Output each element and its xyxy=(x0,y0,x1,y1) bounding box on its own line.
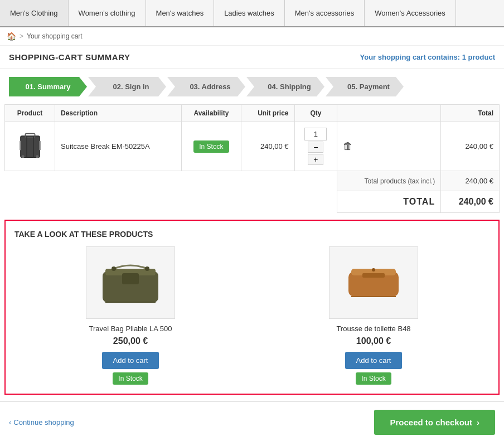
col-qty: Qty xyxy=(294,105,337,122)
rec-product-1-image[interactable] xyxy=(86,246,175,319)
breadcrumb-current: Your shopping cart xyxy=(27,32,83,40)
svg-rect-5 xyxy=(33,136,34,158)
recommendations-title: TAKE A LOOK AT THESE PRODUCTS xyxy=(14,230,490,239)
step-payment[interactable]: 05. Payment xyxy=(326,77,404,96)
step-address[interactable]: 03. Address xyxy=(167,77,245,96)
rec-product-2-image[interactable] xyxy=(329,246,418,319)
rec-product-2-name: Trousse de toilette B48 xyxy=(336,324,410,333)
delete-button[interactable]: 🗑 xyxy=(343,140,353,152)
unit-price: 240,00 € xyxy=(241,122,294,171)
nav-womens-accessories[interactable]: Women's Accessories xyxy=(365,0,456,26)
col-description: Description xyxy=(55,105,182,122)
svg-rect-17 xyxy=(362,273,385,278)
product-description: Suitcase Break EM-50225A xyxy=(55,122,182,171)
summary-header: SHOPPING-CART SUMMARY Your shopping cart… xyxy=(0,46,504,69)
svg-rect-11 xyxy=(122,273,139,284)
table-row: Suitcase Break EM-50225A In Stock 240,00… xyxy=(5,122,500,171)
cart-count-value: 1 product xyxy=(462,53,495,61)
nav-mens-clothing[interactable]: Men's Clothing xyxy=(0,0,69,26)
add-to-cart-1-button[interactable]: Add to cart xyxy=(102,352,159,369)
continue-shopping-label: Continue shopping xyxy=(13,418,74,426)
row-total: 240,00 € xyxy=(441,122,500,171)
col-product: Product xyxy=(5,105,55,122)
rec-product-2-stock: In Stock xyxy=(356,372,391,385)
toilette-bag-image xyxy=(340,258,407,308)
recommendations-section: TAKE A LOOK AT THESE PRODUCTS xyxy=(4,220,500,395)
grand-total-row: TOTAL 240,00 € xyxy=(5,191,500,213)
col-unit-price: Unit price xyxy=(241,105,294,122)
col-total: Total xyxy=(441,105,500,122)
cart-count-label: Your shopping cart contains: xyxy=(360,53,461,61)
subtotal-row: Total products (tax incl.) 240,00 € xyxy=(5,171,500,191)
add-to-cart-2-button[interactable]: Add to cart xyxy=(345,352,403,369)
nav-mens-watches[interactable]: Men's watches xyxy=(146,0,215,26)
rec-product-1-name: Travel Bag Pliable LA 500 xyxy=(89,324,172,333)
nav-ladies-watches[interactable]: Ladies watches xyxy=(214,0,285,26)
rec-product-1-stock: In Stock xyxy=(113,372,148,385)
top-navigation: Men's Clothing Women's clothing Men's wa… xyxy=(0,0,504,27)
in-stock-badge: In Stock xyxy=(193,140,229,153)
svg-point-18 xyxy=(372,268,375,272)
rec-product-1: Travel Bag Pliable LA 500 250,00 € Add t… xyxy=(14,246,246,385)
checkout-steps: 01. Summary 02. Sign in 03. Address 04. … xyxy=(0,69,504,104)
svg-rect-2 xyxy=(20,140,21,150)
step-summary[interactable]: 01. Summary xyxy=(9,77,87,96)
delete-cell: 🗑 xyxy=(337,122,441,171)
qty-display: 1 xyxy=(304,128,327,140)
grand-total-value: 240,00 € xyxy=(441,191,500,213)
col-blank xyxy=(337,105,441,122)
step-signin[interactable]: 02. Sign in xyxy=(88,77,166,96)
col-availability: Availability xyxy=(182,105,241,122)
continue-shopping-link[interactable]: ‹ Continue shopping xyxy=(9,418,74,426)
svg-rect-4 xyxy=(26,136,27,158)
total-products-label: Total products (tax incl.) xyxy=(337,171,441,191)
qty-controls: 1 − + xyxy=(301,128,332,165)
chevron-right-icon: › xyxy=(477,418,479,427)
cart-count: Your shopping cart contains: 1 product xyxy=(360,53,495,61)
rec-product-2: Trousse de toilette B48 100,00 € Add to … xyxy=(258,246,490,385)
grand-total-label: TOTAL xyxy=(337,191,441,213)
checkout-button[interactable]: Proceed to checkout › xyxy=(374,410,495,435)
page-wrapper: Men's Clothing Women's clothing Men's wa… xyxy=(0,0,504,443)
breadcrumb-separator: > xyxy=(20,32,23,40)
rec-product-1-price: 250,00 € xyxy=(113,336,148,346)
product-availability: In Stock xyxy=(182,122,241,171)
qty-cell: 1 − + xyxy=(294,122,337,171)
svg-rect-0 xyxy=(20,136,39,158)
product-image xyxy=(13,129,47,162)
footer-bar: ‹ Continue shopping Proceed to checkout … xyxy=(0,401,504,443)
total-products-value: 240,00 € xyxy=(441,171,500,191)
home-icon[interactable]: 🏠 xyxy=(7,32,16,41)
nav-womens-clothing[interactable]: Women's clothing xyxy=(69,0,146,26)
qty-decrease-button[interactable]: − xyxy=(308,142,323,153)
qty-increase-button[interactable]: + xyxy=(308,154,323,165)
checkout-label: Proceed to checkout xyxy=(390,418,472,427)
product-image-cell xyxy=(5,122,55,171)
breadcrumb: 🏠 > Your shopping cart xyxy=(0,27,504,46)
step-shipping[interactable]: 04. Shipping xyxy=(246,77,324,96)
cart-table-wrapper: Product Description Availability Unit pr… xyxy=(0,104,504,213)
svg-rect-3 xyxy=(39,140,41,150)
travel-bag-image xyxy=(97,258,164,308)
rec-product-2-price: 100,00 € xyxy=(356,336,391,346)
svg-point-7 xyxy=(36,155,38,158)
page-title: SHOPPING-CART SUMMARY xyxy=(9,52,130,62)
nav-mens-accessories[interactable]: Men's accessories xyxy=(285,0,365,26)
chevron-left-icon: ‹ xyxy=(9,418,11,426)
svg-point-6 xyxy=(21,155,24,158)
svg-point-13 xyxy=(145,266,149,271)
recommendations-list: Travel Bag Pliable LA 500 250,00 € Add t… xyxy=(14,246,490,385)
cart-table: Product Description Availability Unit pr… xyxy=(4,104,500,213)
svg-point-12 xyxy=(112,266,116,271)
